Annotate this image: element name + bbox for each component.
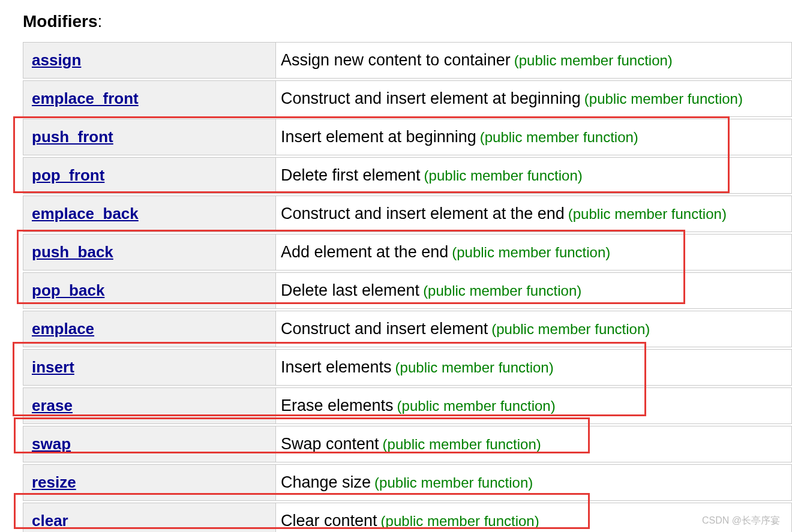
function-link-erase[interactable]: erase bbox=[32, 396, 73, 415]
function-desc: Delete last element bbox=[281, 281, 419, 300]
function-desc: Delete first element bbox=[281, 166, 421, 185]
table-row: emplace_front Construct and insert eleme… bbox=[23, 80, 792, 117]
section-title-text: Modifiers bbox=[23, 12, 97, 31]
member-type: (public member function) bbox=[584, 91, 743, 107]
table-row: emplace_back Construct and insert elemen… bbox=[23, 196, 792, 232]
function-link-push-back[interactable]: push_back bbox=[32, 243, 113, 262]
function-name-cell: clear bbox=[23, 503, 276, 532]
function-name-cell: pop_back bbox=[23, 272, 276, 309]
function-desc: Swap content bbox=[281, 435, 379, 453]
function-desc-cell: Construct and insert element (public mem… bbox=[276, 311, 792, 347]
function-link-emplace-back[interactable]: emplace_back bbox=[32, 205, 139, 223]
table-row: assign Assign new content to container (… bbox=[23, 42, 792, 79]
function-desc-cell: Insert elements (public member function) bbox=[276, 349, 792, 386]
member-type: (public member function) bbox=[491, 321, 650, 338]
function-desc-cell: Construct and insert element at beginnin… bbox=[276, 80, 792, 117]
function-link-assign[interactable]: assign bbox=[32, 51, 81, 70]
table-row: push_front Insert element at beginning (… bbox=[23, 119, 792, 155]
function-desc: Construct and insert element at beginnin… bbox=[281, 89, 581, 108]
member-type: (public member function) bbox=[568, 206, 727, 223]
function-desc: Erase elements bbox=[281, 396, 394, 415]
function-desc-cell: Erase elements (public member function) bbox=[276, 387, 792, 424]
member-type: (public member function) bbox=[514, 52, 673, 69]
function-name-cell: swap bbox=[23, 426, 276, 462]
member-type: (public member function) bbox=[397, 398, 556, 414]
function-desc: Insert element at beginning bbox=[281, 128, 476, 146]
function-desc-cell: Assign new content to container (public … bbox=[276, 42, 792, 79]
function-name-cell: pop_front bbox=[23, 157, 276, 194]
function-name-cell: assign bbox=[23, 42, 276, 79]
function-desc: Construct and insert element bbox=[281, 320, 488, 338]
function-name-cell: emplace_back bbox=[23, 196, 276, 232]
table-row: clear Clear content (public member funct… bbox=[23, 503, 792, 532]
function-desc-cell: Insert element at beginning (public memb… bbox=[276, 119, 792, 155]
function-link-emplace-front[interactable]: emplace_front bbox=[32, 89, 139, 108]
section-title-colon: : bbox=[97, 12, 102, 31]
function-desc: Assign new content to container bbox=[281, 51, 511, 70]
function-desc-cell: Swap content (public member function) bbox=[276, 426, 792, 462]
table-row: erase Erase elements (public member func… bbox=[23, 387, 792, 424]
table-row: pop_back Delete last element (public mem… bbox=[23, 272, 792, 309]
function-desc-cell: Delete last element (public member funct… bbox=[276, 272, 792, 309]
function-desc-cell: Construct and insert element at the end … bbox=[276, 196, 792, 232]
table-row: pop_front Delete first element (public m… bbox=[23, 157, 792, 194]
function-name-cell: resize bbox=[23, 464, 276, 501]
function-desc-cell: Change size (public member function) bbox=[276, 464, 792, 501]
member-type: (public member function) bbox=[424, 167, 583, 184]
function-name-cell: push_front bbox=[23, 119, 276, 155]
member-type: (public member function) bbox=[381, 513, 539, 530]
member-type: (public member function) bbox=[423, 282, 581, 299]
function-link-emplace[interactable]: emplace bbox=[32, 320, 94, 338]
function-name-cell: erase bbox=[23, 387, 276, 424]
function-link-resize[interactable]: resize bbox=[32, 473, 76, 492]
table-row: emplace Construct and insert element (pu… bbox=[23, 311, 792, 347]
function-desc: Change size bbox=[281, 473, 371, 492]
function-link-clear[interactable]: clear bbox=[32, 512, 68, 530]
section-heading: Modifiers: bbox=[23, 12, 792, 31]
table-row: push_back Add element at the end (public… bbox=[23, 234, 792, 270]
function-name-cell: insert bbox=[23, 349, 276, 386]
function-desc: Insert elements bbox=[281, 358, 392, 377]
function-name-cell: emplace_front bbox=[23, 80, 276, 117]
function-link-insert[interactable]: insert bbox=[32, 358, 74, 377]
member-type: (public member function) bbox=[383, 436, 541, 453]
function-desc: Add element at the end bbox=[281, 243, 448, 262]
table-row: swap Swap content (public member functio… bbox=[23, 426, 792, 462]
member-type: (public member function) bbox=[395, 359, 554, 376]
function-desc-cell: Add element at the end (public member fu… bbox=[276, 234, 792, 270]
function-link-swap[interactable]: swap bbox=[32, 435, 71, 453]
function-desc-cell: Delete first element (public member func… bbox=[276, 157, 792, 194]
function-link-pop-back[interactable]: pop_back bbox=[32, 281, 104, 300]
table-row: resize Change size (public member functi… bbox=[23, 464, 792, 501]
watermark: CSDN @长亭序宴 bbox=[702, 515, 780, 527]
table-row: insert Insert elements (public member fu… bbox=[23, 349, 792, 386]
function-name-cell: emplace bbox=[23, 311, 276, 347]
function-desc: Clear content bbox=[281, 512, 377, 530]
member-type: (public member function) bbox=[480, 129, 638, 146]
function-link-push-front[interactable]: push_front bbox=[32, 128, 113, 146]
modifiers-table: assign Assign new content to container (… bbox=[23, 42, 792, 532]
function-desc: Construct and insert element at the end bbox=[281, 205, 565, 223]
member-type: (public member function) bbox=[374, 474, 533, 491]
function-link-pop-front[interactable]: pop_front bbox=[32, 166, 104, 185]
member-type: (public member function) bbox=[452, 244, 610, 261]
function-name-cell: push_back bbox=[23, 234, 276, 270]
